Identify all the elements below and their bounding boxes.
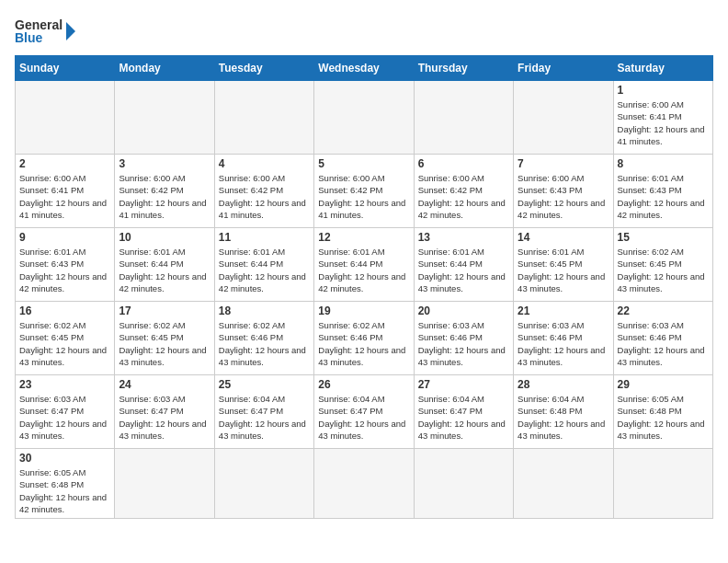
calendar-cell: 17Sunrise: 6:02 AMSunset: 6:45 PMDayligh… (115, 302, 214, 375)
day-number: 4 (219, 157, 310, 170)
day-number: 18 (219, 304, 310, 317)
calendar-cell (16, 81, 115, 155)
calendar-cell: 13Sunrise: 6:01 AMSunset: 6:44 PMDayligh… (414, 228, 513, 302)
day-info: Sunrise: 6:01 AMSunset: 6:44 PMDaylight:… (418, 246, 509, 294)
calendar-cell (115, 81, 214, 155)
calendar-cell: 22Sunrise: 6:03 AMSunset: 6:46 PMDayligh… (613, 302, 712, 375)
calendar-body: 1Sunrise: 6:00 AMSunset: 6:41 PMDaylight… (16, 81, 713, 519)
day-info: Sunrise: 6:05 AMSunset: 6:48 PMDaylight:… (19, 466, 110, 515)
day-number: 28 (518, 378, 609, 391)
calendar-cell: 4Sunrise: 6:00 AMSunset: 6:42 PMDaylight… (214, 155, 313, 228)
calendar-cell (414, 449, 513, 519)
day-info: Sunrise: 6:01 AMSunset: 6:43 PMDaylight:… (618, 172, 709, 221)
calendar-header: SundayMondayTuesdayWednesdayThursdayFrid… (16, 56, 713, 81)
week-row-3: 16Sunrise: 6:02 AMSunset: 6:45 PMDayligh… (16, 302, 713, 375)
day-info: Sunrise: 6:04 AMSunset: 6:48 PMDaylight:… (518, 393, 609, 442)
calendar-cell: 28Sunrise: 6:04 AMSunset: 6:48 PMDayligh… (514, 375, 613, 449)
day-info: Sunrise: 6:00 AMSunset: 6:43 PMDaylight:… (518, 172, 609, 221)
calendar-cell: 3Sunrise: 6:00 AMSunset: 6:42 PMDaylight… (115, 155, 214, 228)
day-header-saturday: Saturday (613, 56, 712, 81)
calendar-cell: 11Sunrise: 6:01 AMSunset: 6:44 PMDayligh… (214, 228, 313, 302)
calendar-cell: 20Sunrise: 6:03 AMSunset: 6:46 PMDayligh… (414, 302, 513, 375)
calendar-cell: 2Sunrise: 6:00 AMSunset: 6:41 PMDaylight… (16, 155, 115, 228)
calendar-cell: 24Sunrise: 6:03 AMSunset: 6:47 PMDayligh… (115, 375, 214, 449)
day-info: Sunrise: 6:04 AMSunset: 6:47 PMDaylight:… (318, 393, 409, 442)
day-info: Sunrise: 6:03 AMSunset: 6:47 PMDaylight:… (119, 393, 210, 442)
day-number: 10 (119, 231, 210, 244)
calendar-cell: 7Sunrise: 6:00 AMSunset: 6:43 PMDaylight… (514, 155, 613, 228)
day-info: Sunrise: 6:00 AMSunset: 6:42 PMDaylight:… (119, 172, 210, 221)
calendar-cell: 27Sunrise: 6:04 AMSunset: 6:47 PMDayligh… (414, 375, 513, 449)
day-number: 16 (19, 304, 110, 317)
day-info: Sunrise: 6:00 AMSunset: 6:42 PMDaylight:… (318, 172, 409, 221)
day-info: Sunrise: 6:00 AMSunset: 6:41 PMDaylight:… (618, 98, 709, 147)
day-number: 1 (618, 84, 709, 97)
calendar-cell: 9Sunrise: 6:01 AMSunset: 6:43 PMDaylight… (16, 228, 115, 302)
day-number: 13 (418, 231, 509, 244)
day-number: 17 (119, 304, 210, 317)
calendar-cell: 25Sunrise: 6:04 AMSunset: 6:47 PMDayligh… (214, 375, 313, 449)
day-info: Sunrise: 6:00 AMSunset: 6:41 PMDaylight:… (19, 172, 110, 221)
week-row-2: 9Sunrise: 6:01 AMSunset: 6:43 PMDaylight… (16, 228, 713, 302)
day-number: 25 (219, 378, 310, 391)
calendar-cell: 21Sunrise: 6:03 AMSunset: 6:46 PMDayligh… (514, 302, 613, 375)
day-info: Sunrise: 6:05 AMSunset: 6:48 PMDaylight:… (618, 393, 709, 442)
day-info: Sunrise: 6:02 AMSunset: 6:45 PMDaylight:… (119, 319, 210, 368)
day-number: 5 (318, 157, 409, 170)
svg-marker-2 (66, 22, 75, 40)
day-info: Sunrise: 6:04 AMSunset: 6:47 PMDaylight:… (219, 393, 310, 442)
calendar-cell (514, 449, 613, 519)
day-number: 26 (318, 378, 409, 391)
day-header-friday: Friday (514, 56, 613, 81)
day-number: 9 (19, 231, 110, 244)
day-info: Sunrise: 6:03 AMSunset: 6:46 PMDaylight:… (418, 319, 509, 368)
day-number: 8 (618, 157, 709, 170)
day-info: Sunrise: 6:01 AMSunset: 6:45 PMDaylight:… (518, 246, 609, 294)
day-number: 2 (19, 157, 110, 170)
day-info: Sunrise: 6:03 AMSunset: 6:47 PMDaylight:… (19, 393, 110, 442)
calendar-cell: 23Sunrise: 6:03 AMSunset: 6:47 PMDayligh… (16, 375, 115, 449)
day-info: Sunrise: 6:01 AMSunset: 6:43 PMDaylight:… (19, 246, 110, 294)
day-number: 24 (119, 378, 210, 391)
day-header-wednesday: Wednesday (314, 56, 414, 81)
calendar-cell: 5Sunrise: 6:00 AMSunset: 6:42 PMDaylight… (314, 155, 414, 228)
day-number: 14 (518, 231, 609, 244)
day-info: Sunrise: 6:01 AMSunset: 6:44 PMDaylight:… (318, 246, 409, 294)
day-number: 12 (318, 231, 409, 244)
day-header-sunday: Sunday (16, 56, 115, 81)
calendar-cell: 16Sunrise: 6:02 AMSunset: 6:45 PMDayligh… (16, 302, 115, 375)
day-number: 19 (318, 304, 409, 317)
day-info: Sunrise: 6:01 AMSunset: 6:44 PMDaylight:… (219, 246, 310, 294)
calendar-cell (414, 81, 513, 155)
calendar-cell: 15Sunrise: 6:02 AMSunset: 6:45 PMDayligh… (613, 228, 712, 302)
day-info: Sunrise: 6:02 AMSunset: 6:45 PMDaylight:… (618, 246, 709, 294)
day-info: Sunrise: 6:02 AMSunset: 6:46 PMDaylight:… (318, 319, 409, 368)
days-of-week-row: SundayMondayTuesdayWednesdayThursdayFrid… (16, 56, 713, 81)
week-row-0: 1Sunrise: 6:00 AMSunset: 6:41 PMDaylight… (16, 81, 713, 155)
day-number: 20 (418, 304, 509, 317)
day-number: 30 (19, 452, 110, 465)
day-info: Sunrise: 6:03 AMSunset: 6:46 PMDaylight:… (618, 319, 709, 368)
day-number: 29 (618, 378, 709, 391)
day-info: Sunrise: 6:02 AMSunset: 6:45 PMDaylight:… (19, 319, 110, 368)
calendar-cell (314, 449, 414, 519)
day-number: 27 (418, 378, 509, 391)
calendar-cell: 26Sunrise: 6:04 AMSunset: 6:47 PMDayligh… (314, 375, 414, 449)
calendar-cell: 19Sunrise: 6:02 AMSunset: 6:46 PMDayligh… (314, 302, 414, 375)
day-info: Sunrise: 6:01 AMSunset: 6:44 PMDaylight:… (119, 246, 210, 294)
calendar-cell: 6Sunrise: 6:00 AMSunset: 6:42 PMDaylight… (414, 155, 513, 228)
day-info: Sunrise: 6:00 AMSunset: 6:42 PMDaylight:… (219, 172, 310, 221)
calendar-cell (214, 449, 313, 519)
calendar-table: SundayMondayTuesdayWednesdayThursdayFrid… (15, 55, 713, 519)
logo: GeneralBlue (15, 15, 79, 48)
calendar-cell: 10Sunrise: 6:01 AMSunset: 6:44 PMDayligh… (115, 228, 214, 302)
day-header-thursday: Thursday (414, 56, 513, 81)
calendar-cell (613, 449, 712, 519)
week-row-5: 30Sunrise: 6:05 AMSunset: 6:48 PMDayligh… (16, 449, 713, 519)
logo-svg: GeneralBlue (15, 15, 79, 48)
day-number: 6 (418, 157, 509, 170)
calendar-cell: 14Sunrise: 6:01 AMSunset: 6:45 PMDayligh… (514, 228, 613, 302)
calendar-cell (314, 81, 414, 155)
week-row-1: 2Sunrise: 6:00 AMSunset: 6:41 PMDaylight… (16, 155, 713, 228)
calendar-cell (514, 81, 613, 155)
